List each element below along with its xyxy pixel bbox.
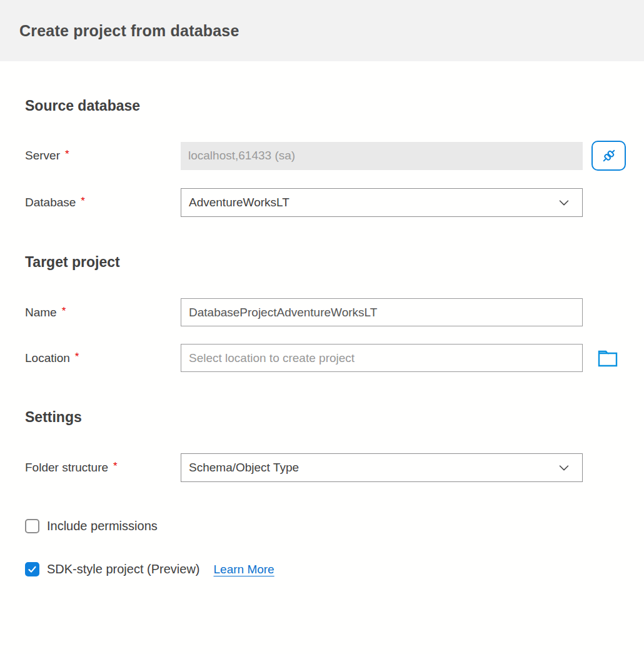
database-select[interactable]: AdventureWorksLT	[181, 188, 583, 217]
chevron-down-icon	[557, 196, 571, 209]
server-input	[181, 142, 583, 170]
section-heading-target-project: Target project	[25, 253, 619, 271]
dialog-title: Create project from database	[19, 22, 239, 40]
chevron-down-icon	[557, 461, 571, 475]
sdk-style-checkbox[interactable]	[25, 562, 39, 576]
server-field-wrap	[181, 141, 626, 171]
name-label: Name*	[25, 306, 181, 319]
folder-structure-field-wrap: Schema/Object Type	[181, 453, 583, 482]
folder-structure-select[interactable]: Schema/Object Type	[181, 453, 583, 482]
database-select-value: AdventureWorksLT	[189, 196, 289, 209]
section-heading-source-database: Source database	[25, 97, 619, 114]
folder-structure-label: Folder structure*	[25, 461, 181, 475]
folder-structure-label-text: Folder structure	[25, 461, 108, 474]
connect-button[interactable]	[591, 141, 626, 171]
include-permissions-label: Include permissions	[47, 519, 158, 533]
include-permissions-checkbox[interactable]	[25, 519, 39, 533]
server-label-text: Server	[25, 149, 60, 162]
folder-structure-row: Folder structure* Schema/Object Type	[25, 453, 619, 482]
dialog-header: Create project from database	[0, 0, 644, 61]
location-row: Location*	[25, 344, 619, 372]
name-field-wrap	[181, 298, 583, 326]
name-label-text: Name	[25, 306, 57, 319]
checkmark-icon	[28, 565, 37, 574]
location-input[interactable]	[181, 344, 583, 372]
include-permissions-row: Include permissions	[25, 519, 619, 533]
required-asterisk: *	[113, 460, 118, 472]
location-field-wrap	[181, 344, 619, 372]
browse-folder-button[interactable]	[596, 348, 619, 369]
dialog-body: Source database Server* Database*	[0, 97, 644, 576]
required-asterisk: *	[62, 305, 66, 317]
name-row: Name*	[25, 298, 619, 326]
location-label: Location*	[25, 351, 181, 365]
database-row: Database* AdventureWorksLT	[25, 188, 619, 217]
folder-structure-select-value: Schema/Object Type	[189, 461, 299, 475]
sdk-style-label: SDK-style project (Preview)	[47, 562, 200, 576]
learn-more-link[interactable]: Learn More	[214, 563, 274, 576]
required-asterisk: *	[65, 148, 69, 160]
database-label-text: Database	[25, 196, 76, 209]
server-row: Server*	[25, 141, 619, 171]
required-asterisk: *	[75, 351, 79, 363]
required-asterisk: *	[81, 195, 85, 207]
sdk-style-row: SDK-style project (Preview) Learn More	[25, 562, 619, 576]
database-field-wrap: AdventureWorksLT	[181, 188, 583, 217]
project-name-input[interactable]	[181, 298, 583, 326]
location-label-text: Location	[25, 351, 70, 365]
section-heading-settings: Settings	[25, 408, 619, 426]
database-label: Database*	[25, 196, 181, 209]
server-label: Server*	[25, 149, 181, 163]
plug-icon	[600, 147, 618, 164]
folder-icon	[597, 349, 618, 368]
